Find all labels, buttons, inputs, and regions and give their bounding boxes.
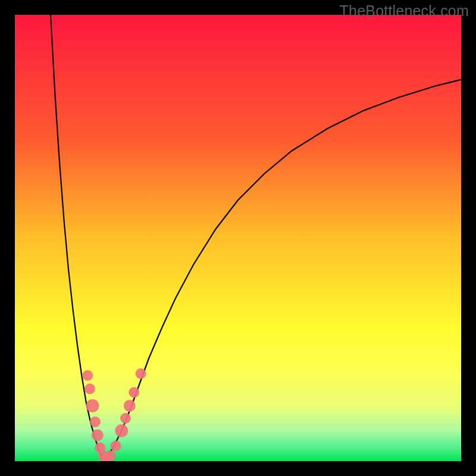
chart-frame: TheBottleneck.com xyxy=(0,0,476,476)
data-marker xyxy=(92,430,104,441)
data-marker xyxy=(82,370,93,381)
data-marker xyxy=(84,384,95,394)
data-marker xyxy=(111,441,121,452)
data-marker xyxy=(86,399,99,412)
data-marker xyxy=(105,450,116,461)
watermark-text: TheBottleneck.com xyxy=(340,2,469,20)
data-marker xyxy=(90,416,101,427)
plot-area xyxy=(15,15,461,461)
curve-left-branch xyxy=(51,15,104,461)
data-marker xyxy=(136,368,146,379)
data-markers xyxy=(82,368,146,461)
data-marker xyxy=(129,387,139,398)
curve-right-branch xyxy=(104,80,461,461)
data-marker xyxy=(115,424,128,437)
data-marker xyxy=(120,413,131,424)
curve-layer xyxy=(15,15,461,461)
data-marker xyxy=(124,400,136,412)
